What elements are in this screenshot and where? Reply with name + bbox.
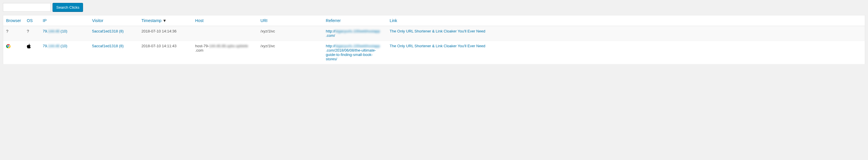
col-timestamp[interactable]: Timestamp ▼ — [138, 15, 192, 26]
host-cell: host-79-144.46.86.spbx.spbtele.com — [192, 41, 257, 64]
col-host[interactable]: Host — [192, 15, 257, 26]
table-header-row: Browser OS IP Visitor Timestamp ▼ Host U… — [3, 15, 865, 26]
apple-icon — [27, 45, 31, 49]
ip-link[interactable]: 79.144.46 (10) — [43, 44, 67, 48]
visitor-cell: 5accaf1ed1318 (8) — [89, 41, 138, 64]
uri-cell: /xyz/1lvc — [257, 41, 323, 64]
host-cell — [192, 26, 257, 41]
svg-point-1 — [7, 45, 9, 47]
timestamp-cell: 2018-07-10 14:11:43 — [138, 41, 192, 64]
table-row: ? ? 79.144.46 (10) 5accaf1ed1318 (8) 201… — [3, 26, 865, 41]
referrer-cell: http://legacyurls.100webhostapp.com/2018… — [323, 41, 387, 64]
link-cell: The Only URL Shortener & Link Cloaker Yo… — [387, 41, 865, 64]
browser-cell: ? — [3, 26, 24, 41]
col-ip[interactable]: IP — [40, 15, 89, 26]
browser-cell — [3, 41, 24, 64]
referrer-cell: http://legacyurls.100webhostapp.com/ — [323, 26, 387, 41]
link-title[interactable]: The Only URL Shortener & Link Cloaker Yo… — [390, 44, 485, 48]
col-uri[interactable]: URI — [257, 15, 323, 26]
link-title[interactable]: The Only URL Shortener & Link Cloaker Yo… — [390, 29, 485, 33]
uri-cell: /xyz/1lvc — [257, 26, 323, 41]
col-visitor[interactable]: Visitor — [89, 15, 138, 26]
os-cell: ? — [24, 26, 40, 41]
link-cell: The Only URL Shortener & Link Cloaker Yo… — [387, 26, 865, 41]
visitor-cell: 5accaf1ed1318 (8) — [89, 26, 138, 41]
col-link[interactable]: Link — [387, 15, 865, 26]
ip-cell: 79.144.46 (10) — [40, 26, 89, 41]
table-row: 79.144.46 (10) 5accaf1ed1318 (8) 2018-07… — [3, 41, 865, 64]
col-referrer[interactable]: Referrer — [323, 15, 387, 26]
col-browser[interactable]: Browser — [3, 15, 24, 26]
question-icon: ? — [27, 29, 29, 34]
chrome-icon — [6, 44, 21, 48]
ip-link[interactable]: 79.144.46 (10) — [43, 29, 67, 33]
visitor-link[interactable]: 5accaf1ed1318 (8) — [92, 29, 123, 33]
visitor-link[interactable]: 5accaf1ed1318 (8) — [92, 44, 123, 48]
os-cell — [24, 41, 40, 64]
clicks-table: Browser OS IP Visitor Timestamp ▼ Host U… — [3, 15, 865, 64]
timestamp-cell: 2018-07-10 14:14:36 — [138, 26, 192, 41]
ip-cell: 79.144.46 (10) — [40, 41, 89, 64]
referrer-link[interactable]: http://legacyurls.100webhostapp.com/ — [326, 29, 380, 38]
referrer-link[interactable]: http://legacyurls.100webhostapp.com/2018… — [326, 44, 380, 61]
search-input[interactable] — [3, 3, 51, 11]
col-os[interactable]: OS — [24, 15, 40, 26]
search-clicks-button[interactable]: Search Clicks — [53, 3, 83, 11]
search-bar: Search Clicks — [3, 3, 865, 11]
question-icon: ? — [6, 29, 8, 34]
sort-desc-icon: ▼ — [162, 18, 167, 23]
